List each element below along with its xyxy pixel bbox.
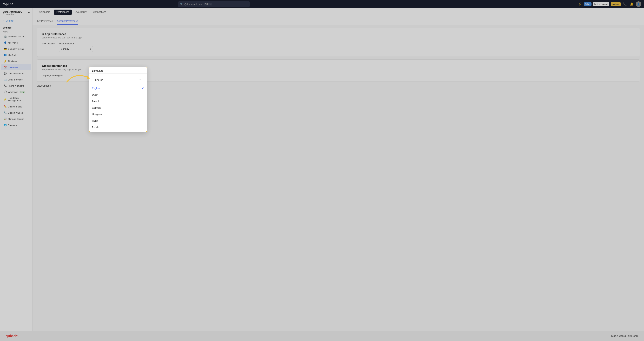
dropdown-header: Language	[89, 67, 147, 74]
dropdown-option-italian[interactable]: Italian	[89, 118, 147, 124]
dropdown-option-english[interactable]: English ✓	[89, 85, 147, 92]
dropdown-selected-value: English	[95, 79, 103, 81]
dropdown-option-dutch[interactable]: Dutch	[89, 92, 147, 98]
dropdown-option-hungarian[interactable]: Hungarian	[89, 111, 147, 118]
dropdown-option-french[interactable]: French	[89, 98, 147, 105]
chevron-down-icon: ▾	[140, 79, 141, 81]
dropdown-option-portuguese-brazil[interactable]: Portuguese (Brazil)	[89, 130, 147, 132]
dropdown-option-polish[interactable]: Polish	[89, 124, 147, 130]
dropdown-selected-display[interactable]: English ▾	[93, 77, 143, 83]
overlay[interactable]	[0, 0, 644, 341]
check-icon: ✓	[142, 86, 144, 90]
dropdown-option-german[interactable]: German	[89, 105, 147, 111]
dropdown-selected-wrapper: English ▾	[89, 74, 147, 84]
language-dropdown-popup: Language English ▾ English ✓ Dutch Frenc…	[89, 67, 147, 132]
language-dropdown-list: English ✓ Dutch French German Hungarian …	[89, 84, 147, 132]
